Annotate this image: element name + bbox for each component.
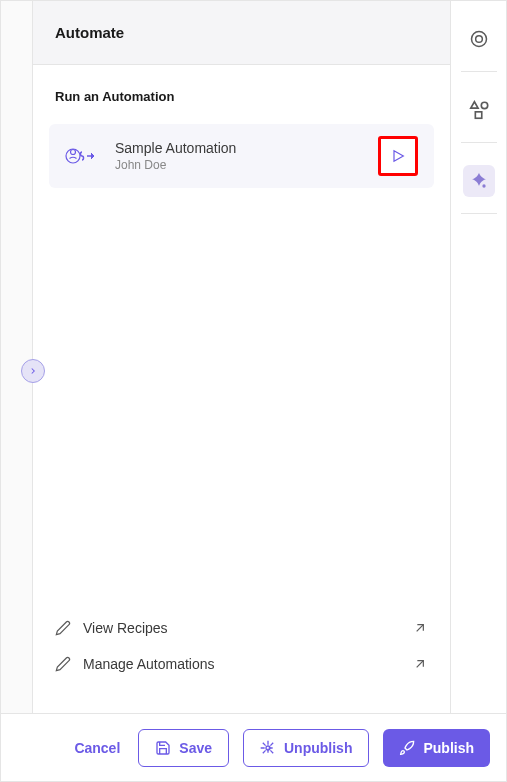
svg-point-3 (471, 32, 486, 47)
left-edge-strip (1, 1, 33, 714)
cancel-label: Cancel (74, 740, 120, 756)
automate-panel: Automate Run an Automation Sample Autom (33, 1, 450, 714)
svg-point-0 (66, 149, 80, 163)
external-link-icon (412, 656, 428, 672)
svg-point-8 (482, 184, 485, 187)
view-recipes-link[interactable]: View Recipes (55, 610, 428, 646)
automation-details: Sample Automation John Doe (115, 140, 360, 172)
unpublish-label: Unpublish (284, 740, 352, 756)
rail-automation-icon[interactable] (463, 165, 495, 197)
save-icon (155, 740, 171, 756)
external-link-icon (412, 620, 428, 636)
pencil-icon (55, 656, 71, 672)
svg-rect-7 (475, 112, 481, 118)
publish-label: Publish (423, 740, 474, 756)
automation-name: Sample Automation (115, 140, 360, 156)
panel-title: Automate (55, 24, 428, 41)
view-recipes-label: View Recipes (83, 620, 400, 636)
save-button[interactable]: Save (138, 729, 229, 767)
svg-point-4 (475, 36, 482, 43)
save-label: Save (179, 740, 212, 756)
svg-point-6 (481, 102, 487, 108)
automation-icon (65, 145, 97, 167)
run-automation-button[interactable] (378, 136, 418, 176)
play-icon (390, 148, 406, 164)
publish-icon (399, 740, 415, 756)
publish-button[interactable]: Publish (383, 729, 490, 767)
bottom-bar: Cancel Save Unpublish Publish (1, 713, 506, 781)
cancel-button[interactable]: Cancel (70, 729, 124, 767)
svg-marker-5 (470, 102, 477, 108)
chevron-right-icon (28, 366, 38, 376)
section-title: Run an Automation (49, 89, 434, 104)
right-rail (450, 1, 506, 714)
rail-circle-icon[interactable] (463, 23, 495, 55)
unpublish-button[interactable]: Unpublish (243, 729, 369, 767)
manage-automations-link[interactable]: Manage Automations (55, 646, 428, 682)
manage-automations-label: Manage Automations (83, 656, 400, 672)
automation-author: John Doe (115, 158, 360, 172)
expand-handle[interactable] (21, 359, 45, 383)
unpublish-icon (260, 740, 276, 756)
svg-marker-2 (394, 151, 403, 162)
panel-header: Automate (33, 1, 450, 65)
rail-shapes-icon[interactable] (463, 94, 495, 126)
automation-item[interactable]: Sample Automation John Doe (49, 124, 434, 188)
svg-point-1 (71, 150, 76, 155)
pencil-icon (55, 620, 71, 636)
